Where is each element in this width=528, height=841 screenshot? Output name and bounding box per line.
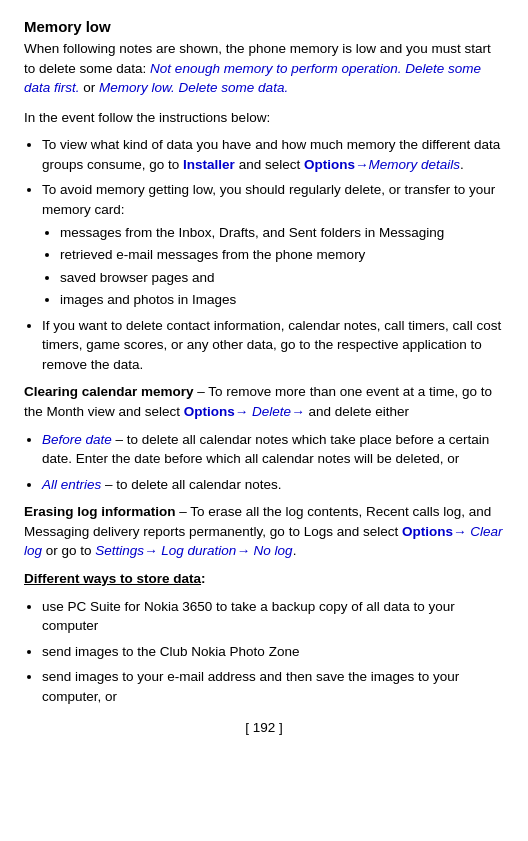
different-ways-bullet1: use PC Suite for Nokia 3650 to take a ba… (42, 597, 504, 636)
bullet1-text-middle: and select (235, 157, 304, 172)
bullet1-bold1: Installer (183, 157, 235, 172)
page-number: [ 192 ] (24, 720, 504, 735)
erasing-arrow1: → (453, 524, 470, 539)
sub-bullet-images: images and photos in Images (60, 290, 504, 310)
erasing-italic4: No log (254, 543, 293, 558)
sub-bullet-list: messages from the Inbox, Drafts, and Sen… (60, 223, 504, 310)
different-ways-list: use PC Suite for Nokia 3650 to take a ba… (42, 597, 504, 707)
erasing-heading: Erasing log information (24, 504, 176, 519)
erasing-italic2: Settings (95, 543, 144, 558)
sub-bullet-email: retrieved e-mail messages from the phone… (60, 245, 504, 265)
clearing-before-date: Before date – to delete all calendar not… (42, 430, 504, 469)
erasing-text2: or go to (42, 543, 95, 558)
sub-bullet-browser: saved browser pages and (60, 268, 504, 288)
or-text: or (83, 80, 99, 95)
erasing-italic3: Log duration (161, 543, 236, 558)
bullet3-text: If you want to delete contact informatio… (42, 318, 501, 372)
sub-bullet-messages: messages from the Inbox, Drafts, and Sen… (60, 223, 504, 243)
italic-text2: Memory low. Delete some data. (99, 80, 288, 95)
different-ways-bullet3: send images to your e-mail address and t… (42, 667, 504, 706)
clearing-section: Clearing calendar memory – To remove mor… (24, 382, 504, 421)
clearing-bold1: Options (184, 404, 235, 419)
before-date-italic: Before date (42, 432, 112, 447)
clearing-heading: Clearing calendar memory (24, 384, 194, 399)
main-bullet-list: To view what kind of data you have and h… (42, 135, 504, 374)
bullet-installer: To view what kind of data you have and h… (42, 135, 504, 174)
different-ways-colon: : (201, 571, 206, 586)
bullet-delete-contact: If you want to delete contact informatio… (42, 316, 504, 375)
bullet1-bold2: Options (304, 157, 355, 172)
erasing-bold1: Options (402, 524, 453, 539)
intro-paragraph: When following notes are shown, the phon… (24, 39, 504, 98)
clearing-arrow1: → (235, 404, 252, 419)
clearing-sub-list: Before date – to delete all calendar not… (42, 430, 504, 495)
different-ways-heading-para: Different ways to store data: (24, 569, 504, 589)
clearing-arrow2: → (291, 404, 305, 419)
section-intro: In the event follow the instructions bel… (24, 108, 504, 128)
clearing-text-end: and delete either (305, 404, 409, 419)
bullet-memory-avoid: To avoid memory getting low, you should … (42, 180, 504, 309)
all-entries-text: – to delete all calendar notes. (101, 477, 281, 492)
bullet1-text-after: . (460, 157, 464, 172)
page-title: Memory low (24, 18, 504, 35)
different-ways-heading: Different ways to store data (24, 571, 201, 586)
bullet1-arrow: → (355, 157, 369, 172)
all-entries-italic: All entries (42, 477, 101, 492)
bullet1-italic: Memory details (368, 157, 460, 172)
different-ways-bullet2: send images to the Club Nokia Photo Zone (42, 642, 504, 662)
erasing-section: Erasing log information – To erase all t… (24, 502, 504, 561)
erasing-arrow2: → (144, 543, 161, 558)
clearing-italic1: Delete (252, 404, 291, 419)
clearing-all-entries: All entries – to delete all calendar not… (42, 475, 504, 495)
bullet2-text: To avoid memory getting low, you should … (42, 182, 495, 217)
erasing-text3: . (293, 543, 297, 558)
erasing-arrow3: → (236, 543, 253, 558)
